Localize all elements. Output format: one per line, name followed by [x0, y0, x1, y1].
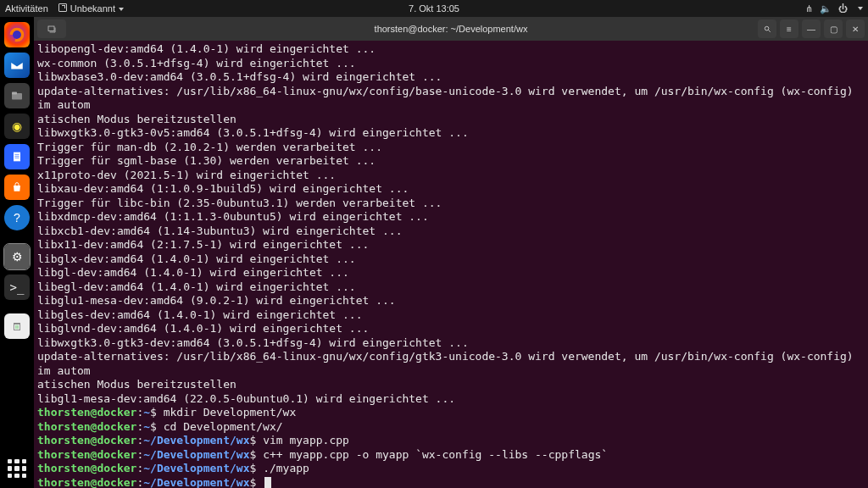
- clock[interactable]: 7. Okt 13:05: [409, 3, 459, 14]
- show-applications-button[interactable]: [4, 456, 30, 481]
- terminal-output-line: update-alternatives: /usr/lib/x86_64-lin…: [37, 350, 865, 378]
- minimize-button[interactable]: —: [802, 19, 821, 38]
- terminal-output-line: update-alternatives: /usr/lib/x86_64-lin…: [37, 85, 865, 113]
- terminal-output-line: libegl-dev:amd64 (1.4.0-1) wird eingeric…: [37, 280, 865, 295]
- terminal-output-line: libgles-dev:amd64 (1.4.0-1) wird eingeri…: [37, 308, 865, 323]
- dock-icon-software[interactable]: [4, 175, 30, 200]
- svg-line-16: [768, 30, 770, 31]
- svg-rect-8: [14, 323, 20, 324]
- terminal-output-line: libxcb1-dev:amd64 (1.14-3ubuntu3) wird e…: [37, 225, 865, 239]
- terminal-output-line: libwxgtk3.0-gtk3-0v5:amd64 (3.0.5.1+dfsg…: [37, 126, 865, 141]
- dock: ◉ ? ⚙ >_: [0, 17, 34, 488]
- dock-icon-terminal[interactable]: >_: [4, 274, 30, 300]
- chevron-down-icon: [858, 7, 863, 10]
- hamburger-menu-button[interactable]: ≡: [780, 19, 798, 38]
- svg-rect-3: [14, 152, 20, 162]
- app-menu[interactable]: Unbekannt: [58, 3, 124, 14]
- terminal-output-line: libgl-dev:amd64 (1.4.0-1) wird eingerich…: [37, 266, 865, 280]
- dock-icon-firefox[interactable]: [4, 22, 30, 47]
- terminal-output-line: wx-common (3.0.5.1+dfsg-4) wird eingeric…: [37, 57, 865, 71]
- dock-icon-settings[interactable]: ⚙: [4, 244, 30, 269]
- power-icon: ⏻: [838, 3, 848, 14]
- network-icon: ⋔: [805, 3, 813, 14]
- terminal-prompt-line: thorsten@docker:~$ mkdir Development/wx: [37, 406, 865, 420]
- svg-rect-2: [12, 92, 17, 95]
- terminal-prompt-line: thorsten@docker:~/Development/wx$ ./myap…: [37, 462, 865, 476]
- terminal-titlebar: thorsten@docker: ~/Development/wx ≡ — ▢ …: [34, 17, 868, 41]
- terminal-prompt-line: thorsten@docker:~/Development/wx$: [37, 476, 865, 489]
- terminal-output-line: libopengl-dev:amd64 (1.4.0-1) wird einge…: [37, 42, 865, 57]
- terminal-output-line: x11proto-dev (2021.5-1) wird eingerichte…: [37, 169, 865, 183]
- terminal-output-line: libxdmcp-dev:amd64 (1:1.1.3-0ubuntu5) wi…: [37, 210, 865, 225]
- window-title: thorsten@docker: ~/Development/wx: [375, 24, 528, 34]
- terminal-output-line: libglvnd-dev:amd64 (1.4.0-1) wird einger…: [37, 322, 865, 336]
- terminal-output-line: libgl1-mesa-dev:amd64 (22.0.5-0ubuntu0.1…: [37, 392, 865, 407]
- terminal-output-line: Trigger für libc-bin (2.35-0ubuntu3.1) w…: [37, 197, 865, 211]
- maximize-button[interactable]: ▢: [824, 19, 843, 38]
- dock-icon-files[interactable]: [4, 83, 30, 108]
- close-button[interactable]: ✕: [846, 19, 865, 38]
- new-tab-button[interactable]: [37, 19, 66, 38]
- svg-point-0: [13, 30, 21, 39]
- terminal-output-line: libwxbase3.0-dev:amd64 (3.0.5.1+dfsg-4) …: [37, 70, 865, 85]
- gnome-top-bar: Aktivitäten Unbekannt 7. Okt 13:05 ⋔ 🔈 ⏻: [0, 0, 868, 17]
- terminal-output-line: Trigger für sgml-base (1.30) werden vera…: [37, 154, 865, 169]
- dock-icon-help[interactable]: ?: [4, 205, 30, 230]
- unknown-app-icon: [58, 3, 67, 12]
- terminal-cursor: [264, 477, 271, 489]
- activities-button[interactable]: Aktivitäten: [5, 3, 48, 14]
- terminal-prompt-line: thorsten@docker:~/Development/wx$ c++ my…: [37, 448, 865, 463]
- system-status-area[interactable]: ⋔ 🔈 ⏻: [805, 3, 863, 14]
- dock-icon-document[interactable]: [4, 144, 30, 169]
- terminal-output-line: libwxgtk3.0-gtk3-dev:amd64 (3.0.5.1+dfsg…: [37, 336, 865, 351]
- svg-rect-12: [48, 26, 54, 31]
- terminal-output-line: libx11-dev:amd64 (2:1.7.5-1) wird einger…: [37, 238, 865, 252]
- terminal-window: thorsten@docker: ~/Development/wx ≡ — ▢ …: [34, 17, 868, 488]
- svg-point-15: [765, 26, 769, 30]
- dock-icon-thunderbird[interactable]: [4, 53, 30, 78]
- search-button[interactable]: [758, 19, 776, 38]
- dock-icon-rhythmbox[interactable]: ◉: [4, 114, 30, 139]
- terminal-prompt-line: thorsten@docker:~$ cd Development/wx/: [37, 420, 865, 435]
- terminal-output-line: atischen Modus bereitzustellen: [37, 378, 865, 392]
- terminal-output-line: Trigger für man-db (2.10.2-1) werden ver…: [37, 141, 865, 155]
- terminal-content[interactable]: libopengl-dev:amd64 (1.4.0-1) wird einge…: [34, 41, 868, 488]
- terminal-prompt-line: thorsten@docker:~/Development/wx$ vim my…: [37, 434, 865, 448]
- dock-icon-trash[interactable]: [4, 313, 30, 339]
- terminal-output-line: libxau-dev:amd64 (1:1.0.9-1build5) wird …: [37, 182, 865, 197]
- chevron-down-icon: [119, 8, 124, 11]
- terminal-output-line: libglu1-mesa-dev:amd64 (9.0.2-1) wird ei…: [37, 294, 865, 308]
- terminal-output-line: libglx-dev:amd64 (1.4.0-1) wird eingeric…: [37, 252, 865, 267]
- volume-icon: 🔈: [820, 3, 832, 14]
- terminal-output-line: atischen Modus bereitzustellen: [37, 113, 865, 127]
